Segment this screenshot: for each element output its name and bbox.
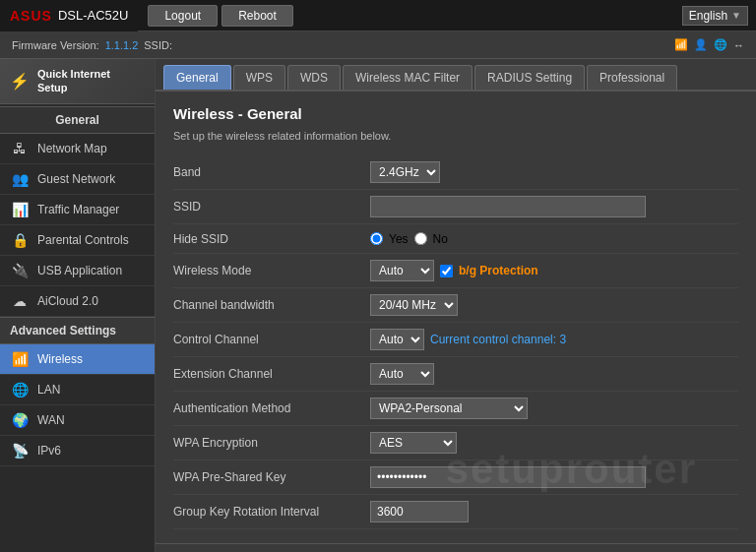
hide-ssid-row: Hide SSID Yes No bbox=[173, 224, 738, 254]
group-key-control bbox=[370, 501, 738, 522]
tab-radius[interactable]: RADIUS Setting bbox=[474, 65, 585, 90]
channel-bandwidth-label: Channel bandwidth bbox=[173, 298, 370, 312]
main-layout: ⚡ Quick InternetSetup General 🖧 Network … bbox=[0, 59, 756, 552]
control-channel-control: Auto 123456 Current control channel: 3 bbox=[370, 329, 738, 350]
tab-bar: General WPS WDS Wireless MAC Filter RADI… bbox=[156, 59, 756, 92]
bg-protection-checkbox[interactable] bbox=[440, 265, 453, 277]
wpa-encryption-control: AES TKIP TKIP+AES bbox=[370, 432, 738, 454]
band-row: Band 2.4GHz 5GHz bbox=[173, 155, 738, 190]
model-name: DSL-AC52U bbox=[58, 8, 129, 23]
sidebar-item-label: WAN bbox=[37, 413, 65, 427]
sidebar: ⚡ Quick InternetSetup General 🖧 Network … bbox=[0, 59, 156, 552]
sidebar-item-network-map[interactable]: 🖧 Network Map bbox=[0, 134, 155, 164]
sidebar-item-label: Wireless bbox=[37, 352, 83, 366]
sidebar-item-usb-application[interactable]: 🔌 USB Application bbox=[0, 256, 155, 286]
ssid-label: SSID bbox=[173, 200, 370, 214]
sidebar-item-wireless[interactable]: 📶 Wireless bbox=[0, 344, 155, 375]
auth-method-select[interactable]: Open System WPA-Personal WPA2-Personal W… bbox=[370, 398, 528, 419]
tab-wds[interactable]: WDS bbox=[287, 65, 341, 90]
tab-mac-filter[interactable]: Wireless MAC Filter bbox=[343, 65, 472, 90]
sidebar-item-traffic-manager[interactable]: 📊 Traffic Manager bbox=[0, 195, 155, 225]
hide-ssid-control: Yes No bbox=[370, 232, 738, 246]
current-channel-info: Current control channel: 3 bbox=[430, 333, 566, 346]
reboot-button[interactable]: Reboot bbox=[221, 5, 293, 27]
sidebar-item-label: LAN bbox=[37, 383, 60, 397]
apply-row: Apply bbox=[156, 543, 756, 552]
band-control: 2.4GHz 5GHz bbox=[370, 161, 738, 183]
wpa-key-label: WPA Pre-Shared Key bbox=[173, 470, 370, 484]
lock-icon: 🔒 bbox=[10, 232, 30, 248]
control-channel-label: Control Channel bbox=[173, 333, 370, 346]
extension-channel-row: Extension Channel Auto Above Below bbox=[173, 357, 738, 392]
tab-professional[interactable]: Professional bbox=[587, 65, 677, 90]
sidebar-item-label: Guest Network bbox=[37, 172, 115, 186]
wpa-encryption-label: WPA Encryption bbox=[173, 436, 370, 450]
bg-protection-label: b/g Protection bbox=[459, 264, 538, 277]
logo-area: ASUS DSL-AC52U bbox=[0, 0, 138, 31]
wifi-icon: 📶 bbox=[674, 38, 688, 51]
hide-ssid-label: Hide SSID bbox=[173, 232, 370, 246]
sidebar-item-parental-controls[interactable]: 🔒 Parental Controls bbox=[0, 225, 155, 256]
arrow-icon: ↔ bbox=[733, 39, 744, 51]
auth-method-row: Authentication Method Open System WPA-Pe… bbox=[173, 392, 738, 426]
ssid-label: SSID: bbox=[144, 39, 172, 51]
extension-channel-select[interactable]: Auto Above Below bbox=[370, 363, 434, 385]
firmware-version-link[interactable]: 1.1.1.2 bbox=[105, 39, 139, 51]
control-channel-select[interactable]: Auto 123456 bbox=[370, 329, 424, 350]
logout-button[interactable]: Logout bbox=[148, 5, 218, 27]
usb-icon: 🔌 bbox=[10, 263, 30, 278]
group-key-input[interactable] bbox=[370, 501, 469, 522]
hide-ssid-no-radio[interactable] bbox=[414, 232, 427, 245]
tab-wps[interactable]: WPS bbox=[233, 65, 285, 90]
guest-network-icon: 👥 bbox=[10, 171, 30, 187]
sidebar-item-label: Traffic Manager bbox=[37, 203, 119, 216]
sidebar-item-lan[interactable]: 🌐 LAN bbox=[0, 375, 155, 405]
language-selector[interactable]: English ▼ bbox=[682, 6, 748, 26]
app-header: ASUS DSL-AC52U Logout Reboot English ▼ bbox=[0, 0, 756, 31]
tab-general[interactable]: General bbox=[163, 65, 231, 90]
main-content: General WPS WDS Wireless MAC Filter RADI… bbox=[156, 59, 756, 552]
sidebar-item-wan[interactable]: 🌍 WAN bbox=[0, 405, 155, 436]
wpa-key-control bbox=[370, 466, 738, 488]
control-channel-row: Control Channel Auto 123456 Current cont… bbox=[173, 323, 738, 357]
ssid-input[interactable] bbox=[370, 196, 646, 217]
lan-icon: 🌐 bbox=[10, 382, 30, 398]
chevron-down-icon: ▼ bbox=[731, 10, 741, 21]
wpa-encryption-row: WPA Encryption AES TKIP TKIP+AES bbox=[173, 426, 738, 460]
sidebar-item-label: Parental Controls bbox=[37, 233, 129, 247]
wireless-mode-label: Wireless Mode bbox=[173, 264, 370, 277]
wireless-mode-row: Wireless Mode Auto N only B/G/N b/g Prot… bbox=[173, 254, 738, 288]
sidebar-item-guest-network[interactable]: 👥 Guest Network bbox=[0, 164, 155, 195]
page-title: Wireless - General bbox=[173, 105, 738, 122]
language-label: English bbox=[689, 9, 727, 23]
sidebar-item-label: AiCloud 2.0 bbox=[37, 294, 98, 308]
auth-method-label: Authentication Method bbox=[173, 401, 370, 415]
hide-ssid-yes-radio[interactable] bbox=[370, 232, 383, 245]
auth-method-control: Open System WPA-Personal WPA2-Personal W… bbox=[370, 398, 738, 419]
status-icons: 📶 👤 🌐 ↔ bbox=[674, 38, 744, 51]
hide-ssid-no-label: No bbox=[433, 232, 448, 246]
wireless-mode-select[interactable]: Auto N only B/G/N bbox=[370, 260, 434, 281]
band-select[interactable]: 2.4GHz 5GHz bbox=[370, 161, 440, 183]
channel-bandwidth-select[interactable]: 20 MHz 20/40 MHz 40 MHz bbox=[370, 294, 458, 316]
wpa-key-input[interactable] bbox=[370, 466, 646, 488]
sidebar-item-ipv6[interactable]: 📡 IPv6 bbox=[0, 436, 155, 466]
user-icon: 👤 bbox=[694, 38, 708, 51]
extension-channel-label: Extension Channel bbox=[173, 367, 370, 381]
wan-icon: 🌍 bbox=[10, 412, 30, 428]
channel-bandwidth-row: Channel bandwidth 20 MHz 20/40 MHz 40 MH… bbox=[173, 288, 738, 323]
brand-logo: ASUS bbox=[10, 8, 52, 24]
hide-ssid-yes-label: Yes bbox=[389, 232, 409, 246]
channel-bandwidth-control: 20 MHz 20/40 MHz 40 MHz bbox=[370, 294, 738, 316]
ipv6-icon: 📡 bbox=[10, 443, 30, 459]
ssid-row: SSID bbox=[173, 190, 738, 224]
group-key-label: Group Key Rotation Interval bbox=[173, 505, 370, 519]
wpa-encryption-select[interactable]: AES TKIP TKIP+AES bbox=[370, 432, 457, 454]
wireless-icon: 📶 bbox=[10, 351, 30, 367]
sidebar-item-aicloud[interactable]: ☁ AiCloud 2.0 bbox=[0, 286, 155, 317]
sidebar-item-quick-setup[interactable]: ⚡ Quick InternetSetup bbox=[0, 59, 155, 104]
firmware-bar: Firmware Version: 1.1.1.2 SSID: 📶 👤 🌐 ↔ bbox=[0, 31, 756, 59]
header-right: English ▼ bbox=[682, 6, 756, 26]
traffic-icon: 📊 bbox=[10, 202, 30, 217]
header-buttons: Logout Reboot bbox=[148, 5, 292, 27]
